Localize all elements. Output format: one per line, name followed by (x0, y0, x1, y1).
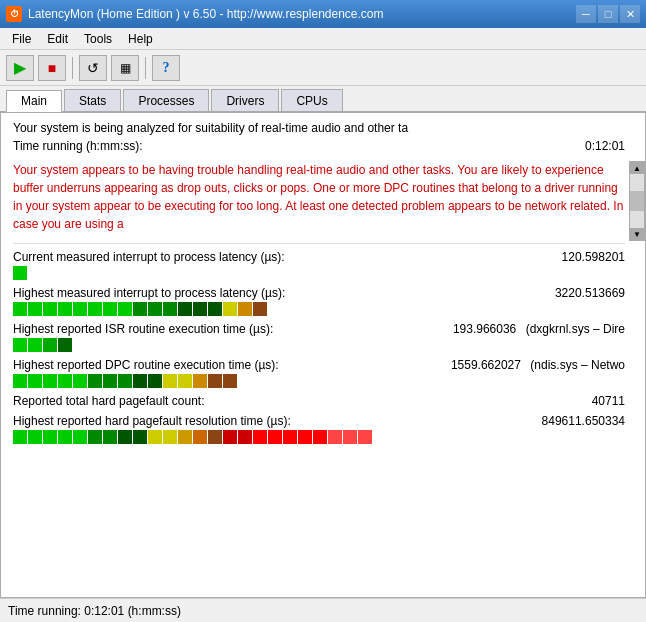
metric-4-label: Highest reported DPC routine execution t… (13, 358, 441, 372)
bar-seg (73, 430, 87, 444)
bar-seg (208, 374, 222, 388)
main-content: Your system is being analyzed for suitab… (0, 112, 646, 598)
bar-seg (328, 430, 342, 444)
bar-seg (163, 430, 177, 444)
bar-seg (43, 302, 57, 316)
bar-seg (13, 338, 27, 352)
bar-seg (88, 374, 102, 388)
metric-2-bar (13, 302, 625, 316)
close-button[interactable]: ✕ (620, 5, 640, 23)
bar-seg (118, 374, 132, 388)
bar-seg (163, 302, 177, 316)
metric-5-value: 40711 (592, 394, 625, 408)
bar-seg (118, 430, 132, 444)
tab-main[interactable]: Main (6, 90, 62, 112)
menu-tools[interactable]: Tools (76, 30, 120, 47)
menu-file[interactable]: File (4, 30, 39, 47)
bar-seg (13, 430, 27, 444)
metric-pagefault-time: Highest reported hard pagefault resoluti… (13, 414, 625, 444)
bar-seg (193, 374, 207, 388)
bar-seg (133, 430, 147, 444)
metric-6-bar (13, 430, 625, 444)
bar-seg (73, 374, 87, 388)
metric-4-value: 1559.662027 (451, 358, 521, 372)
metric-3-label: Highest reported ISR routine execution t… (13, 322, 443, 336)
stop-button[interactable]: ■ (38, 55, 66, 81)
bar-seg (28, 430, 42, 444)
time-label: Time running (h:mm:ss): (13, 139, 143, 153)
metric-isr: Highest reported ISR routine execution t… (13, 322, 625, 352)
bar-seg (43, 338, 57, 352)
bar-seg (133, 302, 147, 316)
bar-seg (178, 302, 192, 316)
window-title: LatencyMon (Home Edition ) v 6.50 - http… (28, 7, 384, 21)
bar-seg (208, 302, 222, 316)
status-bar-text: Time running: 0:12:01 (h:mm:ss) (8, 604, 181, 618)
play-button[interactable]: ▶ (6, 55, 34, 81)
metric-6-label: Highest reported hard pagefault resoluti… (13, 414, 532, 428)
bar-seg (238, 302, 252, 316)
bar-seg (103, 302, 117, 316)
bar-seg (43, 430, 57, 444)
maximize-button[interactable]: □ (598, 5, 618, 23)
bar-seg (58, 338, 72, 352)
tab-stats[interactable]: Stats (64, 89, 121, 111)
bar-seg (163, 374, 177, 388)
title-bar-controls: ─ □ ✕ (576, 5, 640, 23)
bar-seg (148, 374, 162, 388)
bar-seg (118, 302, 132, 316)
menu-help[interactable]: Help (120, 30, 161, 47)
toolbar: ▶ ■ ↺ ▦ ? (0, 50, 646, 86)
bar-seg (148, 430, 162, 444)
metric-current-interrupt: Current measured interrupt to process la… (13, 250, 625, 280)
help-button[interactable]: ? (152, 55, 180, 81)
metric-1-value: 120.598201 (562, 250, 625, 264)
metric-1-bar (13, 266, 625, 280)
bar-seg (253, 302, 267, 316)
bar-seg (73, 302, 87, 316)
bar-seg (58, 374, 72, 388)
title-bar-left: ⏱ LatencyMon (Home Edition ) v 6.50 - ht… (6, 6, 384, 22)
bar-seg (148, 302, 162, 316)
metric-2-label: Highest measured interrupt to process la… (13, 286, 545, 300)
status-bar: Time running: 0:12:01 (h:mm:ss) (0, 598, 646, 622)
scrollbar[interactable]: ▲ ▼ (629, 161, 645, 241)
bar-seg (43, 374, 57, 388)
toolbar-separator-2 (145, 57, 146, 79)
bar-seg (178, 430, 192, 444)
metric-3-extra: (dxgkrnl.sys – Dire (522, 322, 625, 336)
bar-seg (58, 302, 72, 316)
bar-segment-green (13, 266, 27, 280)
view-button[interactable]: ▦ (111, 55, 139, 81)
metrics-section: Current measured interrupt to process la… (13, 243, 625, 444)
tab-cpus[interactable]: CPUs (281, 89, 342, 111)
bar-seg (268, 430, 282, 444)
menu-edit[interactable]: Edit (39, 30, 76, 47)
bar-seg (133, 374, 147, 388)
title-bar: ⏱ LatencyMon (Home Edition ) v 6.50 - ht… (0, 0, 646, 28)
bar-seg (103, 374, 117, 388)
bar-seg (178, 374, 192, 388)
metric-6-value: 849611.650334 (542, 414, 625, 428)
metric-1-label: Current measured interrupt to process la… (13, 250, 552, 264)
minimize-button[interactable]: ─ (576, 5, 596, 23)
bar-seg (58, 430, 72, 444)
status-line-2: Time running (h:mm:ss): 0:12:01 (13, 139, 625, 153)
bar-seg (223, 374, 237, 388)
metric-4-bar (13, 374, 625, 388)
tab-processes[interactable]: Processes (123, 89, 209, 111)
bar-seg (103, 430, 117, 444)
warning-text: Your system appears to be having trouble… (13, 161, 625, 233)
tab-drivers[interactable]: Drivers (211, 89, 279, 111)
bar-seg (238, 430, 252, 444)
metric-3-bar (13, 338, 625, 352)
bar-seg (193, 430, 207, 444)
metric-3-value: 193.966036 (453, 322, 516, 336)
status-line-1: Your system is being analyzed for suitab… (13, 121, 625, 135)
metric-highest-interrupt: Highest measured interrupt to process la… (13, 286, 625, 316)
refresh-button[interactable]: ↺ (79, 55, 107, 81)
bar-seg (88, 302, 102, 316)
metric-2-value: 3220.513669 (555, 286, 625, 300)
app-icon: ⏱ (6, 6, 22, 22)
bar-seg (28, 338, 42, 352)
